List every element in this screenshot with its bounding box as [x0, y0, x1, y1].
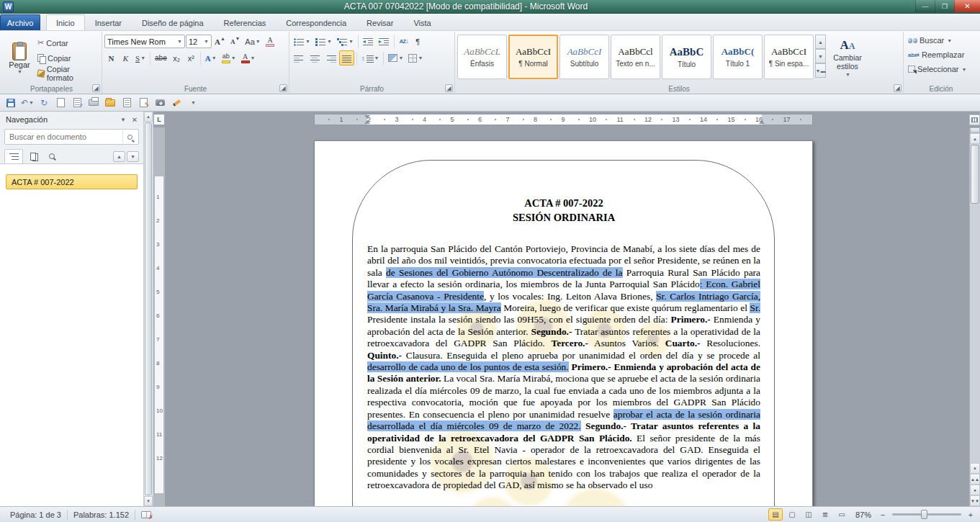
search-button[interactable] [122, 130, 137, 143]
insert-picture-button[interactable] [153, 96, 167, 110]
redo-button[interactable]: ↻ [37, 96, 51, 110]
change-case-button[interactable]: Aa▼ [243, 34, 262, 49]
nav-tab-headings[interactable] [4, 149, 23, 163]
numbering-button[interactable]: ▼ [313, 34, 334, 49]
tab-stop-selector[interactable]: L [153, 114, 165, 125]
copy-button[interactable]: Copiar [35, 50, 99, 66]
previous-result-button[interactable]: ▲ [113, 151, 125, 162]
style-item-nospace[interactable]: AaBbCcI¶ Sin espa... [764, 35, 814, 79]
open-button[interactable] [103, 96, 117, 110]
zoom-level[interactable]: 87% [851, 510, 876, 519]
navigation-close-icon[interactable]: ✕ [129, 114, 140, 125]
style-item-subtitle[interactable]: AaBbCcISubtítulo [559, 35, 609, 79]
styles-scroll-up-button[interactable]: ▲ [815, 35, 826, 49]
format-painter-button[interactable]: Copiar formato [35, 66, 99, 81]
nav-scroll-up-icon[interactable]: ▲ [144, 112, 153, 122]
style-item-normal[interactable]: AaBbCcI¶ Normal [508, 35, 558, 79]
proofing-status-button[interactable] [135, 507, 157, 522]
vertical-scrollbar[interactable]: ▲ ▼ ▲▲ ● ▼▼ [969, 127, 980, 506]
quick-print-button[interactable] [86, 96, 101, 110]
zoom-slider[interactable] [892, 513, 961, 516]
page-number-indicator[interactable]: Página: 1 de 3 [4, 507, 67, 522]
scrollbar-thumb[interactable] [971, 145, 979, 204]
tab-archivo[interactable]: Archivo [0, 14, 40, 30]
show-marks-button[interactable]: ¶ [411, 34, 425, 49]
borders-button[interactable]: ▼ [406, 50, 425, 66]
nav-tab-results[interactable] [43, 149, 62, 163]
shrink-font-button[interactable]: A▼ [228, 34, 242, 49]
sort-button[interactable]: AZ↓ [397, 34, 410, 49]
bullets-button[interactable]: ▼ [292, 34, 313, 49]
fullscreen-reading-view-button[interactable]: ▢ [785, 508, 799, 521]
align-right-button[interactable] [323, 50, 338, 66]
tab-diseño-de-página[interactable]: Diseño de página [132, 14, 214, 30]
font-dialog-launcher[interactable]: ◢ [279, 84, 287, 92]
previous-page-button[interactable]: ▲▲ [970, 474, 980, 485]
subscript-button[interactable]: x₂ [170, 50, 184, 66]
grow-font-button[interactable]: A▲ [212, 34, 228, 49]
ruler-toggle-button[interactable] [969, 114, 980, 125]
next-result-button[interactable]: ▼ [127, 151, 139, 162]
minimize-button[interactable]: — [915, 0, 935, 12]
paragraph-dialog-launcher[interactable]: ◢ [445, 84, 453, 92]
draft-view-button[interactable]: ▭ [835, 508, 849, 521]
navigation-pane-scrollbar[interactable]: ▲ ▼ [144, 112, 153, 506]
line-spacing-button[interactable]: ↕▼ [359, 50, 381, 66]
close-button[interactable]: ✕ [954, 0, 980, 12]
print-layout-view-button[interactable]: ▤ [768, 508, 783, 521]
new-document-button[interactable] [53, 96, 68, 110]
clear-formatting-button[interactable]: A [264, 34, 277, 49]
cut-button[interactable]: ✂Cortar [35, 35, 99, 50]
text-effects-button[interactable]: A▼ [203, 50, 219, 66]
styles-expand-button[interactable]: ▼▬ [815, 63, 826, 78]
customize-qat-button[interactable]: ▼ [186, 96, 200, 110]
italic-button[interactable]: K [119, 50, 132, 66]
font-color-button[interactable]: A▼ [239, 50, 258, 66]
zoom-out-button[interactable]: − [878, 510, 888, 520]
zoom-in-button[interactable]: + [966, 510, 976, 520]
nav-scroll-down-icon[interactable]: ▼ [144, 496, 153, 506]
tab-insertar[interactable]: Insertar [85, 14, 132, 30]
nav-scrollbar-thumb[interactable] [145, 122, 152, 495]
font-size-combo[interactable]: 12▼ [186, 35, 212, 48]
print-preview-button[interactable]: ⌕ [70, 96, 84, 110]
next-page-button[interactable]: ▼▼ [970, 495, 980, 506]
vertical-ruler[interactable]: 123456789101112 [153, 127, 165, 506]
maximize-button[interactable]: ❐ [935, 0, 954, 12]
font-family-combo[interactable]: Times New Rom▼ [104, 35, 185, 48]
strikethrough-button[interactable]: abe [153, 50, 169, 66]
edit-document-button[interactable]: ✎ [136, 96, 150, 110]
tab-vista[interactable]: Vista [403, 14, 441, 30]
undo-button[interactable]: ↶▼ [20, 96, 35, 110]
shading-button[interactable]: ▼ [386, 50, 405, 66]
styles-scroll-down-button[interactable]: ▼ [815, 49, 826, 63]
tab-correspondencia[interactable]: Correspondencia [276, 14, 356, 30]
outline-view-button[interactable]: ≣ [818, 508, 832, 521]
style-item-body[interactable]: AaBbCclTexto en n... [611, 35, 660, 79]
replace-button[interactable]: ab⇄Reemplazar [906, 48, 975, 63]
highlight-color-button[interactable]: ab▼ [220, 50, 238, 66]
select-browse-object-button[interactable]: ● [970, 485, 980, 495]
style-item-emphasis[interactable]: AaBbCcLÉnfasis [457, 35, 507, 79]
increase-indent-button[interactable] [377, 34, 392, 49]
styles-dialog-launcher[interactable]: ◢ [894, 84, 902, 92]
save-button[interactable] [4, 96, 18, 110]
bold-button[interactable]: N [104, 50, 118, 66]
justify-button[interactable] [339, 50, 354, 66]
navigation-options-dropdown[interactable]: ▼ [117, 114, 129, 125]
align-left-button[interactable] [292, 50, 307, 66]
navigation-heading-item[interactable]: ACTA # 007-2022 [6, 174, 138, 189]
change-styles-button[interactable]: AA Cambiar estilos ▼ [827, 33, 868, 83]
split-handle[interactable] [970, 127, 980, 133]
word-logo-icon[interactable]: W [3, 1, 14, 12]
document-body-paragraph[interactable]: En la parroquia San Plácido del Cantón P… [367, 243, 760, 492]
multilevel-list-button[interactable]: ▼ [335, 34, 356, 49]
spelling-button[interactable] [120, 96, 134, 110]
web-layout-view-button[interactable]: ◫ [801, 508, 816, 521]
tab-inicio[interactable]: Inicio [46, 14, 85, 30]
word-count-indicator[interactable]: Palabras: 1.152 [68, 507, 135, 522]
scroll-down-icon[interactable]: ▼ [970, 463, 980, 474]
superscript-button[interactable]: x² [184, 50, 198, 66]
clipboard-dialog-launcher[interactable]: ◢ [92, 84, 100, 92]
style-item-heading1[interactable]: AaBbC(Título 1 [713, 35, 763, 79]
